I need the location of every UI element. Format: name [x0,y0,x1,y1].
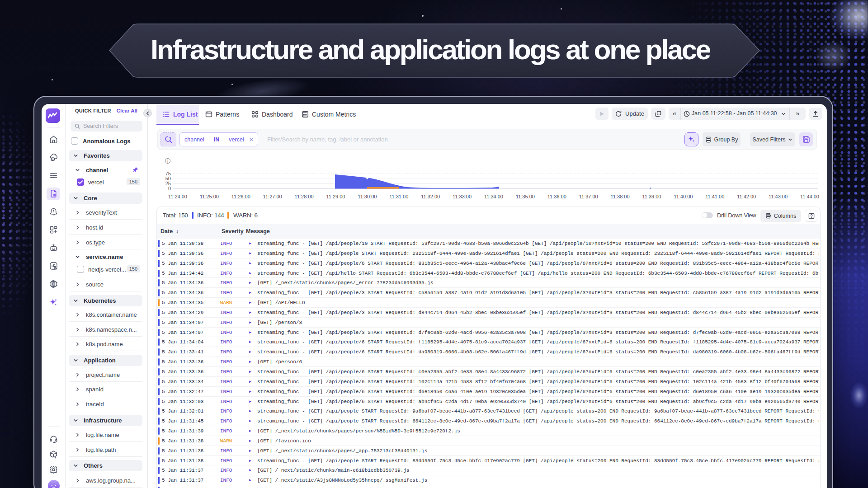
svg-text:11:31:00: 11:31:00 [389,194,408,199]
svg-text:11:28:00: 11:28:00 [295,194,314,199]
svg-text:11:36:00: 11:36:00 [547,194,566,199]
svg-text:11:24:00: 11:24:00 [168,194,187,199]
svg-text:11:27:00: 11:27:00 [263,194,282,199]
svg-text:11:26:00: 11:26:00 [231,194,250,199]
svg-text:11:33:00: 11:33:00 [453,194,472,199]
svg-text:11:34:00: 11:34:00 [484,194,503,199]
svg-text:11:38:00: 11:38:00 [611,194,630,199]
svg-text:75: 75 [165,171,171,176]
svg-text:11:44:00: 11:44:00 [800,194,819,199]
svg-text:11:32:00: 11:32:00 [421,194,440,199]
svg-text:11:39:00: 11:39:00 [642,194,661,199]
svg-text:11:41:00: 11:41:00 [705,194,724,199]
svg-text:11:29:00: 11:29:00 [326,194,345,199]
svg-text:11:42:00: 11:42:00 [737,194,756,199]
svg-text:11:37:00: 11:37:00 [579,194,598,199]
svg-text:0: 0 [168,186,171,191]
svg-text:11:30:00: 11:30:00 [358,194,377,199]
svg-text:11:40:00: 11:40:00 [674,194,693,199]
svg-text:11:35:00: 11:35:00 [516,194,535,199]
svg-text:11:25:00: 11:25:00 [200,194,219,199]
svg-text:11:43:00: 11:43:00 [769,194,788,199]
